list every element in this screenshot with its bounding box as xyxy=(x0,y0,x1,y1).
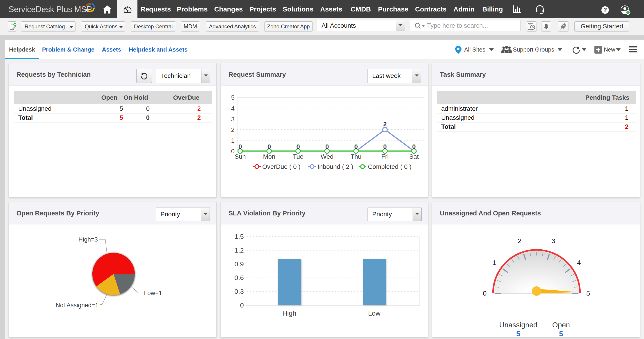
svg-text:1: 1 xyxy=(231,137,234,144)
svg-text:5: 5 xyxy=(231,94,234,101)
svg-text:Completed ( 0 ): Completed ( 0 ) xyxy=(368,163,412,170)
svg-text:0: 0 xyxy=(383,143,387,150)
svg-text:0.9: 0.9 xyxy=(234,260,244,268)
svg-text:1.5: 1.5 xyxy=(234,233,244,240)
svg-text:Wed: Wed xyxy=(321,153,334,160)
svg-text:4: 4 xyxy=(231,105,234,112)
svg-text:OverDue ( 0 ): OverDue ( 0 ) xyxy=(262,163,300,170)
svg-text:2: 2 xyxy=(231,126,234,133)
svg-text:0: 0 xyxy=(238,143,242,150)
svg-text:2: 2 xyxy=(383,121,387,128)
svg-text:0: 0 xyxy=(231,148,234,155)
svg-text:5: 5 xyxy=(586,290,590,297)
svg-text:3: 3 xyxy=(231,116,234,123)
svg-text:Not Assigned=1: Not Assigned=1 xyxy=(56,302,98,309)
svg-text:1.2: 1.2 xyxy=(234,247,244,254)
svg-text:0: 0 xyxy=(240,302,244,309)
svg-text:4: 4 xyxy=(577,259,581,266)
svg-text:High=3: High=3 xyxy=(78,236,98,243)
svg-text:Inbound ( 2 ): Inbound ( 2 ) xyxy=(318,163,353,170)
svg-text:0.3: 0.3 xyxy=(234,288,244,295)
svg-text:0.6: 0.6 xyxy=(234,274,244,281)
svg-text:Low=1: Low=1 xyxy=(144,290,162,297)
svg-text:1: 1 xyxy=(492,259,496,266)
svg-text:Open: Open xyxy=(552,321,570,329)
svg-text:Sat: Sat xyxy=(409,153,419,160)
svg-text:0: 0 xyxy=(268,143,271,150)
svg-text:5: 5 xyxy=(516,330,520,338)
svg-text:0: 0 xyxy=(326,143,329,150)
svg-text:0: 0 xyxy=(412,143,416,150)
svg-text:0: 0 xyxy=(354,143,358,150)
svg-text:0: 0 xyxy=(296,143,300,150)
svg-text:2: 2 xyxy=(518,237,522,245)
svg-text:Sun: Sun xyxy=(234,153,246,160)
svg-text:Fri: Fri xyxy=(381,153,389,160)
svg-text:3: 3 xyxy=(552,237,556,245)
svg-text:5: 5 xyxy=(559,330,563,338)
svg-text:High: High xyxy=(282,310,296,317)
svg-text:Thu: Thu xyxy=(350,153,362,160)
svg-text:Mon: Mon xyxy=(263,153,275,160)
svg-text:Low: Low xyxy=(368,310,380,317)
svg-text:Tue: Tue xyxy=(293,153,303,160)
svg-text:0: 0 xyxy=(483,290,487,297)
svg-text:Unassigned: Unassigned xyxy=(499,321,538,329)
